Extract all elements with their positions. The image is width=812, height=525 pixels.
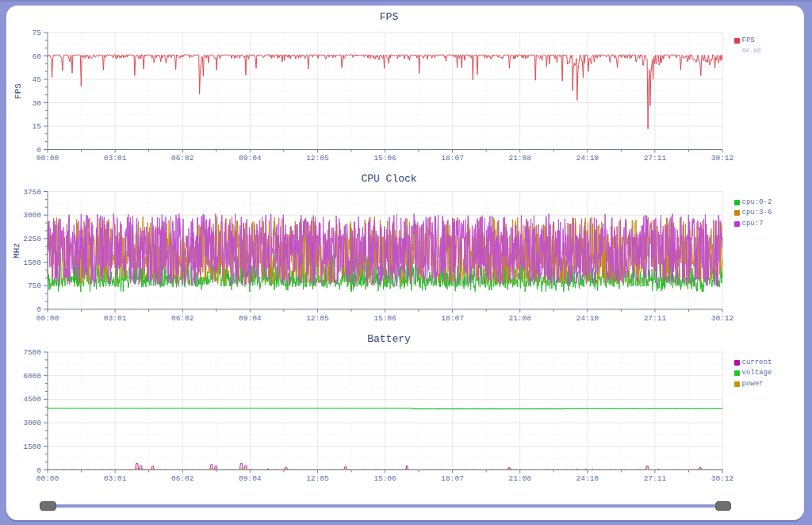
battery-grid (48, 352, 722, 470)
battery-y-tick-label: 3000 (23, 419, 41, 427)
battery-x-tick-labels: 00:0003:0106:0209:0412:0515:0618:0721:08… (36, 474, 734, 483)
fps-legend: FPS60.86 (734, 36, 761, 53)
battery-y-tick-label: 0 (36, 466, 41, 475)
fps-legend-value: 60.86 (742, 48, 761, 54)
charts-canvas: 0153045607500:0003:0106:0209:0412:0515:0… (6, 6, 804, 520)
legend-label: current (742, 359, 772, 366)
battery-legend: currentvoltagepower (734, 358, 772, 389)
fps-y-tick-label: 75 (33, 29, 42, 37)
fps-x-tick-labels: 00:0003:0106:0209:0412:0515:0618:0721:08… (36, 154, 734, 163)
fps-y-tick-label: 0 (36, 146, 41, 155)
fps-y-axis-label: FPS (13, 83, 23, 99)
slider-handle-left[interactable] (40, 501, 56, 511)
fps-x-tick-label: 15:06 (373, 154, 396, 163)
fps-y-tick-label: 45 (33, 75, 42, 84)
report-panel: 0153045607500:0003:0106:0209:0412:0515:0… (6, 6, 804, 520)
page: {"page":{"background_color":"#8c96d6","p… (0, 0, 812, 525)
battery-x-tick-label: 21:08 (508, 474, 531, 483)
cpu-x-tick-label: 09:04 (239, 314, 262, 323)
legend-label: voltage (742, 370, 772, 377)
battery-axes (44, 352, 722, 473)
battery-y-tick-label: 6000 (23, 372, 41, 381)
cpu-x-tick-label: 12:05 (306, 314, 329, 323)
cpu-x-tick-label: 06:02 (171, 314, 194, 323)
fps-x-tick-label: 06:02 (171, 154, 194, 163)
cpu-x-tick-label: 03:01 (104, 314, 127, 323)
cpu-x-tick-label: 18:07 (441, 314, 464, 323)
fps-x-tick-label: 00:00 (36, 154, 59, 163)
fps-grid (48, 33, 722, 150)
legend-swatch (734, 38, 740, 44)
cpu-legend-item-cpu-3-6[interactable]: cpu:3-6 (734, 208, 772, 218)
battery-x-tick-label: 27:11 (644, 474, 667, 483)
legend-swatch (734, 381, 740, 387)
cpu-legend-item-cpu-7[interactable]: cpu:7 (734, 219, 772, 229)
fps-x-tick-label: 27:11 (644, 154, 667, 163)
cpu-y-tick-label: 3750 (23, 188, 41, 197)
time-range-slider (6, 495, 804, 516)
cpu-legend: cpu:0-2cpu:3-6cpu:7 (734, 197, 772, 229)
fps-y-tick-label: 30 (33, 99, 42, 108)
cpu-y-tick-label: 2250 (23, 235, 41, 243)
battery-chart: 01500300045006000750000:0003:0106:0209:0… (23, 348, 733, 483)
fps-x-tick-label: 03:01 (104, 154, 127, 163)
cpu-y-tick-label: 3000 (23, 211, 41, 220)
battery-x-tick-label: 09:04 (239, 474, 262, 483)
battery-chart-title: Battery (52, 334, 726, 345)
fps-y-tick-label: 15 (33, 122, 42, 131)
fps-y-tick-label: 60 (33, 52, 42, 61)
cpu-x-tick-label: 24:10 (576, 314, 599, 323)
battery-legend-item-power[interactable]: power (734, 378, 772, 389)
fps-axes (44, 33, 722, 153)
cpu-y-tick-labels: 07501500225030003750 (23, 188, 41, 315)
fps-legend-item-fps[interactable]: FPS (734, 36, 761, 46)
battery-x-tick-label: 15:06 (373, 474, 396, 483)
fps-x-tick-label: 24:10 (576, 154, 599, 163)
legend-label: cpu:0-2 (742, 199, 772, 206)
cpu-y-tick-label: 1500 (23, 259, 41, 267)
legend-label: cpu:3-6 (742, 209, 772, 217)
fps-x-tick-label: 12:05 (306, 154, 329, 163)
battery-x-tick-label: 06:02 (171, 474, 194, 483)
top-edge-line (0, 0, 812, 2)
slider-track[interactable] (48, 504, 723, 508)
battery-y-tick-label: 4500 (23, 395, 41, 404)
fps-chart: 0153045607500:0003:0106:0209:0412:0515:0… (33, 29, 734, 163)
legend-label: cpu:7 (742, 220, 764, 228)
cpu-legend-item-cpu-0-2[interactable]: cpu:0-2 (734, 197, 772, 208)
legend-swatch (734, 221, 740, 227)
battery-x-tick-label: 00:00 (36, 474, 59, 483)
battery-x-tick-label: 30:12 (711, 474, 734, 483)
battery-legend-item-voltage[interactable]: voltage (734, 368, 772, 378)
legend-swatch (734, 200, 740, 205)
cpu-chart: 0750150022503000375000:0003:0106:0209:04… (23, 188, 733, 323)
cpu-x-tick-label: 00:00 (36, 314, 59, 323)
cpu-y-tick-label: 0 (36, 305, 41, 314)
fps-x-tick-label: 21:08 (508, 154, 531, 163)
cpu-x-tick-labels: 00:0003:0106:0209:0412:0515:0618:0721:08… (36, 314, 734, 323)
legend-label: power (742, 381, 764, 388)
battery-x-tick-label: 18:07 (441, 474, 464, 483)
fps-x-tick-label: 18:07 (441, 154, 464, 163)
fps-x-tick-label: 30:12 (711, 154, 734, 163)
cpu-x-tick-label: 21:08 (508, 314, 531, 323)
battery-y-tick-label: 7500 (23, 348, 41, 357)
cpu-x-tick-label: 30:12 (711, 314, 734, 323)
cpu-chart-title: CPU Clock (52, 174, 726, 185)
battery-x-tick-label: 12:05 (306, 474, 329, 483)
legend-swatch (734, 210, 740, 216)
battery-x-tick-label: 24:10 (576, 474, 599, 483)
battery-legend-item-current[interactable]: current (734, 358, 772, 368)
legend-label: FPS (742, 37, 755, 44)
fps-y-tick-labels: 01530456075 (33, 29, 42, 155)
battery-y-tick-labels: 015003000450060007500 (23, 348, 41, 475)
legend-swatch (734, 360, 740, 366)
battery-y-tick-label: 1500 (23, 443, 41, 451)
legend-swatch (734, 370, 740, 376)
fps-chart-title: FPS (52, 12, 726, 23)
cpu-y-axis-label: MHz (12, 243, 21, 259)
battery-x-tick-label: 03:01 (104, 474, 127, 483)
slider-handle-right[interactable] (715, 501, 732, 511)
cpu-x-tick-label: 15:06 (373, 314, 396, 323)
cpu-y-tick-label: 750 (28, 282, 41, 290)
